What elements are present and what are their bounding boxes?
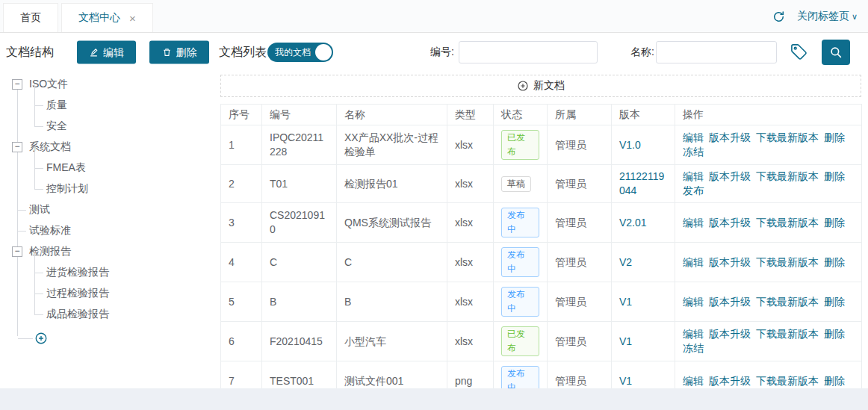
new-doc-label: 新文档 (533, 79, 565, 93)
column-header: 状态 (494, 105, 548, 125)
cell-owner: 管理员 (548, 203, 612, 243)
operation-link[interactable]: 下载最新版本 (756, 327, 819, 341)
collapse-icon[interactable]: − (12, 79, 22, 90)
my-docs-toggle[interactable]: 我的文档 (267, 43, 333, 62)
collapse-icon[interactable]: − (12, 246, 22, 257)
operation-link[interactable]: 版本升级 (709, 170, 751, 184)
operation-link[interactable]: 版本升级 (709, 216, 751, 230)
code-input[interactable] (459, 41, 598, 63)
tree-item[interactable]: FMEA表 (0, 158, 220, 178)
cell-type: xlsx (447, 322, 494, 361)
operation-link[interactable]: 删除 (824, 327, 845, 341)
operation-link[interactable]: 版本升级 (709, 295, 751, 309)
tree-item[interactable]: −系统文档 (0, 137, 220, 158)
operation-link[interactable]: 下载最新版本 (756, 374, 819, 388)
footer-strip (0, 388, 868, 410)
tree-item-label: 测试 (29, 203, 50, 217)
cell-owner: 管理员 (548, 125, 612, 165)
operation-link[interactable]: 下载最新版本 (756, 295, 819, 309)
operation-link[interactable]: 删除 (824, 170, 845, 184)
operation-link[interactable]: 冻结 (683, 341, 704, 355)
new-doc-button[interactable]: 新文档 (220, 75, 861, 97)
name-input[interactable] (656, 41, 777, 63)
operation-link[interactable]: 下载最新版本 (756, 170, 819, 184)
pencil-icon (89, 48, 99, 58)
cell-name: B (337, 282, 447, 322)
doc-list-title: 文档列表 (219, 45, 267, 60)
cell-index: 6 (221, 322, 262, 361)
operation-link[interactable]: 编辑 (683, 170, 704, 184)
tag-icon[interactable] (790, 43, 807, 61)
operation-link[interactable]: 编辑 (683, 216, 704, 230)
operation-link[interactable]: 下载最新版本 (756, 216, 819, 230)
operation-link[interactable]: 删除 (824, 295, 845, 309)
tree-item[interactable]: 过程检验报告 (0, 283, 220, 304)
cell-version: V2 (612, 243, 675, 282)
tree-item[interactable]: 控制计划 (0, 178, 220, 199)
column-header: 类型 (447, 105, 494, 125)
refresh-icon[interactable] (772, 10, 785, 23)
column-header: 版本 (612, 105, 675, 125)
circle-plus-icon (34, 332, 48, 345)
status-badge: 已发布 (501, 130, 539, 160)
collapse-icon[interactable]: − (12, 142, 22, 152)
operation-link[interactable]: 下载最新版本 (756, 255, 819, 270)
column-header: 操作 (675, 105, 862, 125)
status-badge: 草稿 (501, 176, 531, 192)
tab-home[interactable]: 首页 (3, 3, 58, 32)
cell-code: CS20210910 (262, 203, 337, 243)
operation-link[interactable]: 删除 (824, 255, 845, 270)
cell-type: xlsx (447, 125, 494, 165)
code-field-label: 编号: (430, 46, 454, 59)
cell-index: 5 (221, 282, 262, 322)
operation-link[interactable]: 版本升级 (709, 327, 751, 341)
operation-link[interactable]: 编辑 (683, 131, 704, 145)
tree-item[interactable]: −ISO文件 (0, 74, 220, 95)
delete-button[interactable]: 删除 (149, 41, 209, 64)
tree-item-label: 系统文档 (29, 140, 71, 154)
edit-button[interactable]: 编辑 (77, 41, 136, 64)
cell-name: 小型汽车 (337, 322, 447, 361)
operation-link[interactable]: 删除 (824, 374, 845, 388)
close-tabs-dropdown[interactable]: 关闭标签页 ∨ (797, 10, 858, 23)
tree-item-label: FMEA表 (46, 161, 86, 175)
operation-link[interactable]: 编辑 (683, 374, 704, 388)
tree-item[interactable]: −检测报告 (0, 241, 220, 262)
status-badge: 发布中 (501, 287, 539, 317)
toolbar: 文档结构 编辑 删除 文档列表 我的文档 编号: 名称: (0, 34, 868, 71)
circle-plus-icon (517, 80, 529, 92)
tree-item[interactable]: 质量 (0, 95, 220, 116)
operation-link[interactable]: 编辑 (683, 295, 704, 309)
cell-version: V1 (612, 282, 675, 322)
operation-link[interactable]: 删除 (824, 131, 845, 145)
tab-doc-center[interactable]: 文档中心 × (61, 3, 153, 32)
tree-item[interactable]: 成品检验报告 (0, 304, 220, 325)
operation-link[interactable]: 下载最新版本 (756, 131, 819, 145)
operation-link[interactable]: 发布 (683, 184, 704, 198)
operation-link[interactable]: 版本升级 (709, 131, 751, 145)
tree-item[interactable]: 进货检验报告 (0, 262, 220, 283)
add-node-button[interactable] (0, 325, 220, 352)
operation-link[interactable]: 冻结 (683, 145, 704, 159)
tree-item[interactable]: 试验标准 (0, 220, 220, 241)
cell-owner: 管理员 (548, 165, 612, 203)
cell-operations: 编辑版本升级下载最新版本删除发布 (675, 165, 862, 203)
operation-link[interactable]: 版本升级 (709, 374, 751, 388)
table-row: 4CCxlsx发布中管理员V2编辑版本升级下载最新版本删除 (221, 243, 862, 282)
operation-link[interactable]: 版本升级 (709, 255, 751, 270)
tree-item[interactable]: 安全 (0, 116, 220, 137)
operation-link[interactable]: 编辑 (683, 255, 704, 270)
my-docs-toggle-label: 我的文档 (275, 46, 311, 59)
search-button[interactable] (822, 40, 850, 65)
cell-index: 2 (221, 165, 262, 203)
tab-home-label: 首页 (20, 11, 41, 25)
operation-link[interactable]: 编辑 (683, 327, 704, 341)
tree-item-label: 安全 (46, 119, 67, 133)
doc-structure-panel: −ISO文件质量安全−系统文档FMEA表控制计划测试试验标准−检测报告进货检验报… (0, 71, 220, 388)
close-icon[interactable]: × (129, 13, 136, 24)
tree-item[interactable]: 测试 (0, 199, 220, 220)
cell-name: QMS系统测试报告 (337, 203, 447, 243)
cell-code: IPQC20211228 (262, 125, 337, 165)
cell-index: 3 (221, 203, 262, 243)
operation-link[interactable]: 删除 (824, 216, 845, 230)
